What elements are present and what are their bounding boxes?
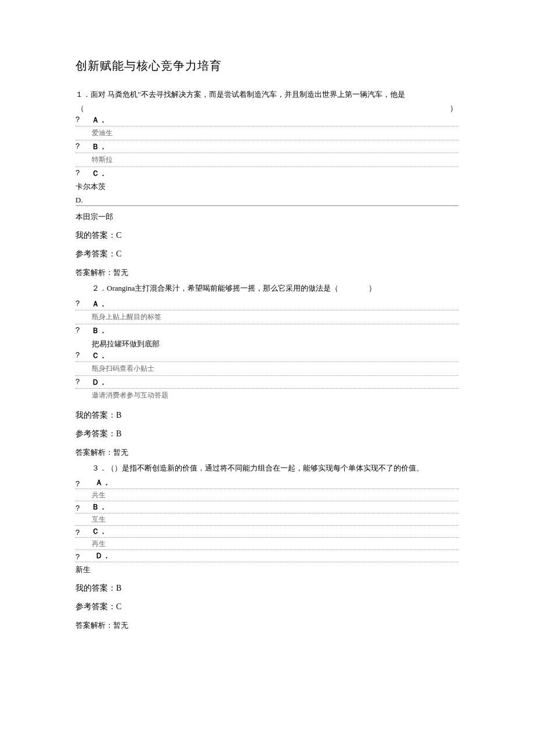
question-mark-icon: ? bbox=[75, 168, 85, 177]
q3-option-c-text: 再生 bbox=[75, 538, 459, 550]
page-container: 创新赋能与核心竞争力培育 １．面对 马粪危机"不去寻找解决方案，而是尝试着制造汽… bbox=[0, 0, 534, 669]
q3-my-answer: 我的答案：B bbox=[75, 583, 459, 594]
q3-option-c-letter: Ｃ． bbox=[85, 526, 107, 537]
q1-option-c-row[interactable]: ? Ｃ． bbox=[75, 167, 459, 179]
q2-option-b-letter: Ｂ． bbox=[85, 325, 107, 336]
q2-option-c-row[interactable]: ? Ｃ． bbox=[75, 349, 459, 362]
question-mark-icon: ? bbox=[75, 350, 85, 359]
q3-option-a-text: 共生 bbox=[75, 489, 459, 501]
q1-analysis: 答案解析：暂无 bbox=[75, 267, 459, 278]
q1-option-d-text: 本田宗一郎 bbox=[75, 212, 459, 222]
question-mark-icon: ? bbox=[75, 504, 85, 512]
q3-option-b-letter: Ｂ． bbox=[85, 502, 107, 512]
q2-option-d-letter: Ｄ． bbox=[85, 377, 107, 388]
q1-paren-row: （ ） bbox=[75, 103, 459, 114]
q3-option-d-text: 新生 bbox=[75, 565, 459, 575]
q1-option-d-letter[interactable]: D. bbox=[75, 196, 459, 206]
q1-ref-answer: 参考答案：C bbox=[75, 249, 459, 259]
q1-option-b-text: 特斯拉 bbox=[75, 153, 459, 167]
q3-option-d-letter: Ｄ． bbox=[85, 551, 110, 561]
question-mark-icon: ? bbox=[75, 115, 85, 124]
q3-stem: ３．（）是指不断创造新的价值，通过将不同能力组合在一起，能够实现每个单体实现不了… bbox=[75, 461, 459, 475]
q2-stem: ２．Orangina主打混合果汁，希望喝前能够摇一摇，那么它采用的做法是（ ） bbox=[75, 281, 459, 295]
question-mark-icon: ? bbox=[75, 377, 85, 386]
q1-open-paren: （ bbox=[77, 103, 84, 114]
q3-ref-answer: 参考答案：C bbox=[75, 602, 459, 612]
q1-close-paren: ） bbox=[450, 103, 457, 114]
q3-option-d-row[interactable]: ? Ｄ． bbox=[75, 550, 459, 562]
q1-option-b-row[interactable]: ? Ｂ． bbox=[75, 140, 459, 153]
question-mark-icon: ? bbox=[75, 299, 85, 308]
page-title: 创新赋能与核心竞争力培育 bbox=[75, 58, 459, 74]
question-mark-icon: ? bbox=[75, 142, 85, 150]
q2-option-a-row[interactable]: ? Ａ． bbox=[75, 298, 459, 310]
q2-option-c-text: 瓶身扫码查看小贴士 bbox=[75, 362, 459, 376]
question-mark-icon: ? bbox=[75, 552, 85, 561]
q2-option-c-letter: Ｃ． bbox=[85, 350, 107, 361]
question-mark-icon: ? bbox=[75, 479, 85, 488]
q1-option-a-letter: Ａ． bbox=[85, 115, 107, 125]
q2-my-answer: 我的答案：B bbox=[75, 410, 459, 421]
q2-option-b-row[interactable]: ? Ｂ． bbox=[75, 324, 459, 337]
q3-option-b-row[interactable]: ? Ｂ． bbox=[75, 501, 459, 513]
q3-analysis: 答案解析：暂无 bbox=[75, 620, 459, 631]
q3-option-c-row[interactable]: ? Ｃ． bbox=[75, 526, 459, 538]
q1-option-a-text: 爱迪生 bbox=[75, 126, 459, 140]
q3-option-a-row[interactable]: ? Ａ． bbox=[75, 477, 459, 489]
q1-option-c-text: 卡尔本茨 bbox=[75, 182, 459, 192]
q2-ref-answer: 参考答案：B bbox=[75, 429, 459, 439]
q1-option-a-row[interactable]: ? Ａ． bbox=[75, 114, 459, 126]
q2-option-d-row[interactable]: ? Ｄ． bbox=[75, 376, 459, 389]
q1-option-b-letter: Ｂ． bbox=[85, 142, 107, 152]
q2-analysis: 答案解析：暂无 bbox=[75, 447, 459, 458]
question-mark-icon: ? bbox=[75, 528, 85, 537]
q3-option-a-letter: Ａ． bbox=[85, 478, 110, 488]
q2-option-d-text: 邀请消费者参与互动答题 bbox=[75, 389, 459, 402]
q2-option-b-text: 把易拉罐环做到底部 bbox=[75, 339, 459, 349]
q3-option-b-text: 互生 bbox=[75, 513, 459, 526]
q1-option-c-letter: Ｃ． bbox=[85, 168, 107, 179]
q1-stem: １．面对 马粪危机"不去寻找解决方案，而是尝试着制造汽车，并且制造出世界上第一辆… bbox=[75, 88, 459, 101]
q2-option-a-text: 瓶身上贴上醒目的标签 bbox=[75, 310, 459, 324]
q1-my-answer: 我的答案：C bbox=[75, 230, 459, 241]
q2-option-a-letter: Ａ． bbox=[85, 299, 107, 309]
question-mark-icon: ? bbox=[75, 325, 85, 334]
